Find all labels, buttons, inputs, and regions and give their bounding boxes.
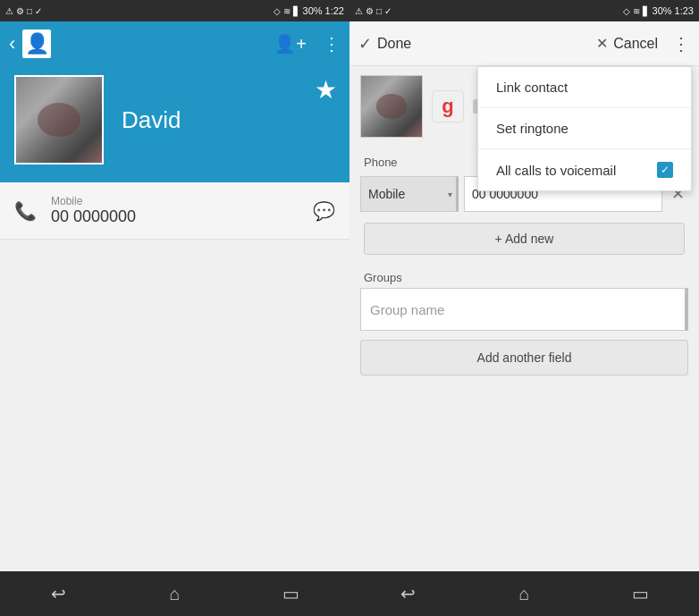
sms-icon[interactable]: 💬 <box>313 200 335 222</box>
phone-info: Mobile 00 0000000 <box>51 195 313 226</box>
warning-icon-r: ⚠ <box>355 6 363 16</box>
wifi-icon-r: ≋ <box>633 6 640 16</box>
set-ringtone-item[interactable]: Set ringtone <box>478 108 691 149</box>
back-nav-button-r[interactable]: ↩ <box>381 576 434 612</box>
phone-label: Mobile <box>51 195 313 207</box>
favorite-star-icon[interactable]: ★ <box>315 75 337 105</box>
phone-type-label: Mobile <box>368 187 405 201</box>
set-ringtone-label: Set ringtone <box>496 121 568 136</box>
sim-icon: ◇ <box>274 6 281 16</box>
edit-finger-image <box>361 76 422 137</box>
cancel-x-icon: ✕ <box>596 35 608 52</box>
cancel-button[interactable]: Cancel <box>613 36 658 52</box>
google-badge: g <box>432 90 464 122</box>
home-nav-button-r[interactable]: ⌂ <box>497 576 551 612</box>
add-new-phone-button[interactable]: + Add new <box>364 223 685 255</box>
sim-icon-r: ◇ <box>623 6 630 16</box>
top-bar-left: ‹ 👤 👤+ ⋮ <box>0 21 350 66</box>
notification-icon: □ <box>27 6 32 16</box>
person-icon: 👤 <box>25 32 49 55</box>
home-nav-button[interactable]: ⌂ <box>147 576 201 612</box>
finger-image <box>16 77 102 163</box>
voicemail-label: All calls to voicemail <box>496 163 616 178</box>
signal-icon-r: ▋ <box>643 6 650 16</box>
done-button[interactable]: Done <box>377 36 411 52</box>
signal-icon: ▋ <box>293 6 300 16</box>
check-icon: ✓ <box>35 6 42 16</box>
link-contact-item[interactable]: Link contact <box>478 67 691 108</box>
group-name-placeholder: Group name <box>370 302 444 317</box>
phone-type-select[interactable]: Mobile <box>360 176 459 212</box>
overflow-dropdown: Link contact Set ringtone All calls to v… <box>477 66 692 191</box>
back-button[interactable]: ‹ <box>9 32 15 55</box>
groups-section: Group name <box>350 288 699 331</box>
add-another-field-button[interactable]: Add another field <box>360 340 688 376</box>
contact-edit-photo[interactable] <box>360 75 423 138</box>
link-contact-label: Link contact <box>496 80 568 95</box>
bottom-bar-right: ↩ ⌂ ▭ <box>350 571 699 616</box>
right-screen: ⚠ ⚙ □ ✓ ◇ ≋ ▋ 30% 1:23 ✓ Done ✕ Cancel ⋮… <box>350 0 699 616</box>
contact-body: 📞 Mobile 00 0000000 💬 <box>0 182 350 571</box>
contact-name: David <box>122 106 181 134</box>
add-contact-button[interactable]: 👤+ <box>274 33 307 55</box>
status-bar-right: ⚠ ⚙ □ ✓ ◇ ≋ ▋ 30% 1:23 <box>350 0 699 21</box>
recent-nav-button-r[interactable]: ▭ <box>614 576 668 612</box>
time-display-left: 1:22 <box>325 5 344 16</box>
status-bar-left: ⚠ ⚙ □ ✓ ◇ ≋ ▋ 30% 1:22 <box>0 0 350 21</box>
top-bar-right: ✓ Done ✕ Cancel ⋮ <box>350 21 699 66</box>
voicemail-checkbox[interactable]: ✓ <box>657 162 673 178</box>
back-nav-button[interactable]: ↩ <box>31 576 85 612</box>
bottom-bar-left: ↩ ⌂ ▭ <box>0 571 350 616</box>
battery-text-r: 30% <box>653 5 672 16</box>
check-icon-r: ✓ <box>384 6 392 16</box>
notification-icon-r: □ <box>376 6 382 16</box>
phone-row: 📞 Mobile 00 0000000 💬 <box>0 182 350 240</box>
add-another-label: Add another field <box>477 350 572 365</box>
done-check-icon: ✓ <box>358 34 372 54</box>
overflow-menu-button-right[interactable]: ⋮ <box>672 33 690 55</box>
recent-nav-button[interactable]: ▭ <box>265 576 318 612</box>
time-display-right: 1:23 <box>675 5 694 16</box>
contact-photo <box>14 75 104 165</box>
phone-icon: 📞 <box>14 200 37 222</box>
phone-number[interactable]: 00 0000000 <box>51 207 313 226</box>
left-screen: ⚠ ⚙ □ ✓ ◇ ≋ ▋ 30% 1:22 ‹ 👤 👤+ ⋮ David ★ <box>0 0 350 616</box>
groups-section-label: Groups <box>350 262 699 288</box>
settings-icon-r: ⚙ <box>366 6 374 16</box>
voicemail-item[interactable]: All calls to voicemail ✓ <box>478 149 691 190</box>
overflow-menu-button-left[interactable]: ⋮ <box>323 33 341 55</box>
settings-icon: ⚙ <box>16 6 24 16</box>
wifi-icon: ≋ <box>283 6 291 16</box>
contact-header: David ★ <box>0 66 350 182</box>
contact-avatar-small[interactable]: 👤 <box>22 30 51 58</box>
add-new-label: + Add new <box>495 232 554 246</box>
warning-icon: ⚠ <box>5 6 13 16</box>
battery-text: 30% <box>303 5 323 16</box>
group-name-input[interactable]: Group name <box>360 288 688 331</box>
